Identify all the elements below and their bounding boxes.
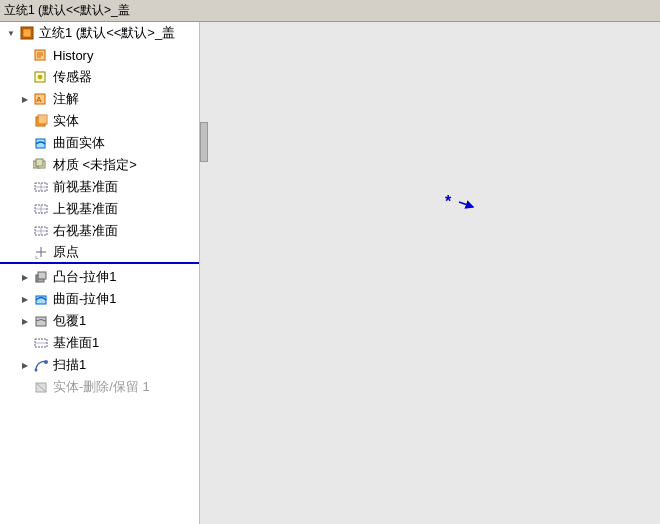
top-plane-label: 上视基准面: [53, 200, 118, 218]
base-plane-icon: [32, 334, 50, 352]
sidebar: 立统1 (默认<<默认>_盖 History: [0, 22, 200, 524]
wrap-arrow[interactable]: [18, 314, 32, 328]
wrap-icon: [32, 312, 50, 330]
base-plane-label: 基准面1: [53, 334, 99, 352]
sensor-icon: [32, 68, 50, 86]
tree-item-top-plane[interactable]: 上视基准面: [0, 198, 199, 220]
solid-icon: [32, 112, 50, 130]
wrap-label: 包覆1: [53, 312, 86, 330]
svg-rect-32: [36, 317, 46, 326]
tree-item-surface-extrude[interactable]: 曲面-拉伸1: [0, 288, 199, 310]
main-content: 立统1 (默认<<默认>_盖 History: [0, 22, 660, 524]
origin-icon: ⌞: [32, 243, 50, 261]
svg-point-7: [38, 75, 42, 79]
title-bar-text: 立统1 (默认<<默认>_盖: [4, 2, 130, 19]
svg-rect-30: [36, 275, 38, 282]
tree-item-boss-extrude[interactable]: 凸台-拉伸1: [0, 266, 199, 288]
history-label: History: [53, 48, 93, 63]
tree-item-right-plane[interactable]: 右视基准面: [0, 220, 199, 242]
tree-item-sweep[interactable]: 扫描1: [0, 354, 199, 376]
sensor-label: 传感器: [53, 68, 92, 86]
svg-rect-11: [38, 115, 47, 124]
surface-extrude-label: 曲面-拉伸1: [53, 290, 117, 308]
right-plane-label: 右视基准面: [53, 222, 118, 240]
root-expand-arrow: [4, 26, 18, 40]
svg-text:A: A: [36, 95, 42, 104]
tree-item-cut[interactable]: 实体-删除/保留 1: [0, 376, 199, 398]
svg-rect-1: [23, 29, 31, 37]
tree-item-sensor[interactable]: 传感器: [0, 66, 199, 88]
boss-extrude-icon: [32, 268, 50, 286]
tree-item-surface-solid[interactable]: 曲面实体: [0, 132, 199, 154]
canvas-area: *: [200, 22, 660, 524]
tree-item-front-plane[interactable]: 前视基准面: [0, 176, 199, 198]
surface-solid-label: 曲面实体: [53, 134, 105, 152]
surface-solid-arrow: [18, 136, 32, 150]
boss-extrude-arrow[interactable]: [18, 270, 32, 284]
tree-item-wrap[interactable]: 包覆1: [0, 310, 199, 332]
base-plane-arrow: [18, 336, 32, 350]
sweep-icon: [32, 356, 50, 374]
title-bar: 立统1 (默认<<默认>_盖: [0, 0, 660, 22]
right-plane-arrow: [18, 224, 32, 238]
origin-label: 原点: [53, 243, 79, 261]
cursor-indicator: *: [445, 192, 475, 216]
svg-text:⌞: ⌞: [35, 251, 39, 259]
cut-label: 实体-删除/保留 1: [53, 378, 150, 396]
solid-arrow: [18, 114, 32, 128]
origin-arrow: [18, 245, 32, 259]
tree-item-base-plane[interactable]: 基准面1: [0, 332, 199, 354]
svg-rect-29: [38, 272, 46, 279]
surface-solid-icon: [32, 134, 50, 152]
front-plane-arrow: [18, 180, 32, 194]
svg-point-36: [35, 369, 38, 372]
cut-arrow: [18, 380, 32, 394]
solid-label: 实体: [53, 112, 79, 130]
svg-line-40: [459, 202, 473, 207]
root-label: 立统1 (默认<<默认>_盖: [39, 24, 175, 42]
tree-item-annotation[interactable]: A 注解: [0, 88, 199, 110]
history-arrow: [18, 48, 32, 62]
sweep-arrow[interactable]: [18, 358, 32, 372]
top-plane-icon: [32, 200, 50, 218]
annotation-arrow[interactable]: [18, 92, 32, 106]
tree-item-history[interactable]: History: [0, 44, 199, 66]
sensor-arrow: [18, 70, 32, 84]
annotation-label: 注解: [53, 90, 79, 108]
root-item[interactable]: 立统1 (默认<<默认>_盖: [0, 22, 199, 44]
annotation-icon: A: [32, 90, 50, 108]
boss-extrude-label: 凸台-拉伸1: [53, 268, 117, 286]
resize-handle[interactable]: [200, 122, 208, 162]
history-icon: [32, 46, 50, 64]
surface-extrude-icon: [32, 290, 50, 308]
svg-rect-15: [36, 159, 43, 166]
top-plane-arrow: [18, 202, 32, 216]
tree-item-material[interactable]: 材质 <未指定>: [0, 154, 199, 176]
right-plane-icon: [32, 222, 50, 240]
sweep-label: 扫描1: [53, 356, 86, 374]
svg-text:*: *: [445, 193, 452, 210]
material-icon: [32, 156, 50, 174]
surface-extrude-arrow[interactable]: [18, 292, 32, 306]
front-plane-icon: [32, 178, 50, 196]
material-label: 材质 <未指定>: [53, 156, 137, 174]
material-arrow: [18, 158, 32, 172]
tree-item-solid[interactable]: 实体: [0, 110, 199, 132]
svg-point-35: [44, 360, 48, 364]
tree-item-origin[interactable]: ⌞ 原点: [0, 242, 199, 264]
front-plane-label: 前视基准面: [53, 178, 118, 196]
cut-icon: [32, 378, 50, 396]
root-icon: [18, 24, 36, 42]
